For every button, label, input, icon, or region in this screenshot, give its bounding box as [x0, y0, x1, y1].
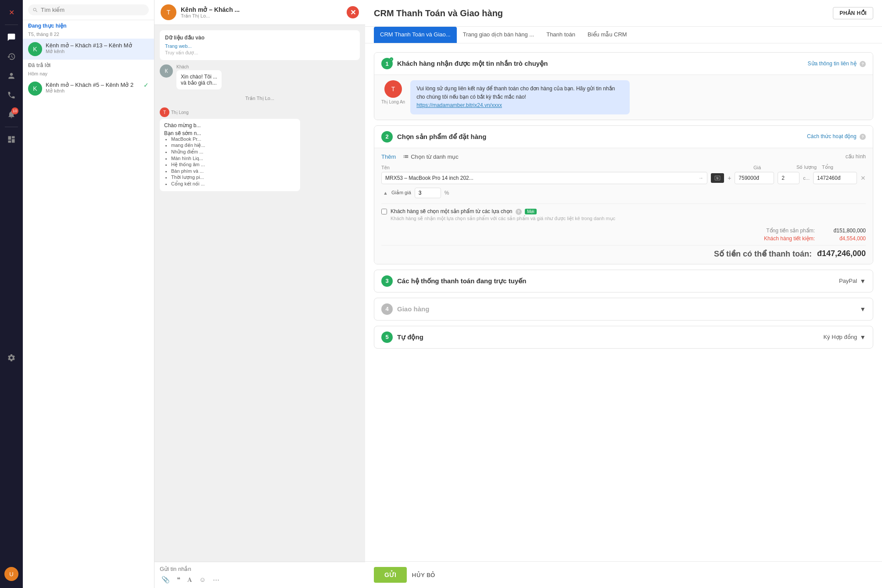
delete-product-icon[interactable]: ✕ [860, 175, 866, 182]
crm-bottom-bar: GỬI HỦY BỎ [365, 561, 882, 588]
step-4-number: 4 [381, 303, 393, 315]
chat-item-replied[interactable]: K Kênh mở – Khách #5 – Kênh Mở 2 Mở kênh… [23, 78, 154, 99]
chat-tools: 📎 ❝ 𝐀 ☺ ⋯ [160, 575, 360, 584]
section-replied-date: Hôm nay [23, 69, 154, 78]
step-1-number: 1 [381, 58, 393, 69]
product-arrow-icon: → [698, 175, 703, 181]
step-1-block: 1 Khách hàng nhận được một tin nhắn trò … [374, 52, 873, 120]
sidebar-notification-icon[interactable]: 10 [3, 106, 20, 123]
sidebar-market-icon[interactable] [3, 131, 20, 148]
sender-label: Trần Thị Lo... [160, 94, 360, 103]
step1-sender-avatar: T [384, 80, 402, 98]
total-input[interactable] [813, 172, 857, 184]
agent-avatar: T [160, 107, 169, 117]
step1-message-bubble: Vui lòng sử dụng liên kết này để thanh t… [410, 80, 630, 114]
sidebar-chat-icon[interactable] [3, 29, 20, 46]
chat-info-1: Kênh mở – Khách #13 – Kênh Mở Mở kênh [46, 42, 149, 54]
chat-close-button[interactable]: ✕ [347, 6, 359, 18]
crm-reply-button[interactable]: PHẢN HỒI [833, 7, 873, 19]
customer-choose-row: Khách hàng sẽ chọn một sản phẩm từ các l… [381, 203, 866, 221]
sidebar-divider [5, 25, 18, 25]
chat-area: T Kênh mở – Khách ... Trần Thị Lo... ✕ D… [154, 0, 365, 588]
step-5-number: 5 [381, 331, 393, 343]
step-1-body: T Thị Long An Vui lòng sử dụng liên kết … [374, 75, 873, 120]
step-3-block: 3 Các hệ thống thanh toán đang trực tuyế… [374, 270, 873, 292]
choose-catalog-button[interactable]: Chọn từ danh mục [403, 153, 459, 160]
sidebar-contact-icon[interactable] [3, 67, 20, 85]
step-5-header[interactable]: 5 Tự động Ký Hợp đồng ▼ [374, 326, 873, 348]
step-4-chevron-icon: ▼ [860, 306, 866, 313]
product-name-field[interactable]: MRX53 – MacBook Pro 14 inch 202... → [381, 172, 707, 184]
emoji-icon[interactable]: ☺ [197, 575, 208, 584]
payment-method-label: PayPal [839, 278, 857, 284]
section-active-date: T5, tháng 8 22 [23, 30, 154, 39]
step-2-block: 2 Chọn sản phẩm để đặt hàng Cách thức ho… [374, 125, 873, 264]
agent-message: T Thị Long Chào mừng b... Bạn sẽ sớm n..… [160, 107, 360, 191]
more-icon[interactable]: ⋯ [211, 575, 221, 584]
sidebar-settings-icon[interactable] [3, 349, 20, 367]
chat-input-area: 📎 ❝ 𝐀 ☺ ⋯ [154, 562, 365, 588]
discount-row: ▲ Giảm giá % [381, 188, 866, 198]
quote-icon[interactable]: ❝ [175, 575, 182, 584]
visitor-bubble: Khách Xin chào! Tôi ... và bảo giá ch... [176, 64, 222, 89]
product-plus-icon: + [728, 175, 731, 182]
chat-item-active[interactable]: K Kênh mở – Khách #13 – Kênh Mở Mở kênh [23, 39, 154, 60]
totals-block: Tổng tiền sản phẩm: đ151,800,000 Khách h… [381, 228, 866, 259]
chat-input[interactable] [160, 566, 360, 572]
step-4-title: Giao hàng [397, 305, 429, 313]
step-3-number: 3 [381, 275, 393, 287]
cancel-button[interactable]: HỦY BỎ [412, 572, 435, 578]
catalog-icon [403, 153, 409, 160]
crm-header: CRM Thanh Toán và Giao hàng PHẢN HỒI [365, 0, 882, 27]
sidebar-recent-icon[interactable] [3, 48, 20, 65]
user-avatar[interactable]: U [4, 567, 18, 581]
sidebar-call-icon[interactable] [3, 86, 20, 104]
attach-icon[interactable]: 📎 [160, 575, 172, 584]
step-3-header[interactable]: 3 Các hệ thống thanh toán đang trực tuyế… [374, 270, 873, 292]
new-badge: Mới [525, 209, 537, 214]
chat-messages: Dữ liệu đầu vào Trang web... Truy vấn đư… [154, 25, 365, 562]
config-button[interactable]: cấu hình [846, 153, 866, 160]
product-toolbar: Thêm Chọn từ danh mục cấu hình [381, 153, 866, 160]
chat-header-info: Kênh mở – Khách ... Trần Thị Lo... [181, 6, 342, 19]
sidebar-divider2 [5, 127, 18, 127]
search-box[interactable] [28, 4, 149, 15]
step-1-action[interactable]: Sửa thông tin liên hệ ? [808, 61, 866, 67]
crm-nav-item-0[interactable]: CRM Thanh Toán và Giao... [374, 27, 457, 43]
crm-nav-item-2[interactable]: Thanh toán [540, 27, 581, 43]
add-product-button[interactable]: Thêm [381, 153, 396, 160]
qty-input[interactable] [778, 172, 800, 184]
step-3-title: Các hệ thống thanh toán đang trực tuyến [397, 277, 527, 285]
send-button[interactable]: GỬI [374, 567, 407, 583]
savings-row: Khách hàng tiết kiệm: đ4,554,000 [381, 235, 866, 242]
search-input[interactable] [41, 7, 144, 13]
chat-header: T Kênh mở – Khách ... Trần Thị Lo... ✕ [154, 0, 365, 25]
step-2-action[interactable]: Cách thức hoạt động ? [807, 133, 866, 140]
customer-choose-checkbox[interactable] [381, 209, 387, 214]
close-button[interactable]: ✕ [3, 4, 20, 21]
product-total-row: Tổng tiền sản phẩm: đ151,800,000 [381, 228, 866, 234]
step-1-title: Khách hàng nhận được một tin nhắn trò ch… [397, 60, 548, 68]
step-4-block: 4 Giao hàng ▼ [374, 298, 873, 321]
step-1-info-icon[interactable]: ? [860, 61, 866, 67]
discount-input[interactable] [415, 188, 441, 198]
step-2-header: 2 Chọn sản phẩm để đặt hàng Cách thức ho… [374, 126, 873, 148]
step-3-chevron-icon: ▼ [860, 278, 866, 285]
visitor-avatar: К [160, 64, 173, 78]
format-icon[interactable]: 𝐀 [186, 575, 194, 584]
crm-nav-item-1[interactable]: Trang giao dịch bán hàng ... [457, 27, 541, 43]
chat-list-header [23, 0, 154, 20]
check-icon: ✓ [143, 82, 149, 89]
step-2-info-icon[interactable]: ? [860, 134, 866, 140]
step-5-title: Tự động [397, 333, 423, 341]
search-icon [32, 7, 38, 13]
chat-info-2: Kênh mở – Khách #5 – Kênh Mở 2 Mở kênh [46, 82, 140, 94]
step5-contract-label: Ký Hợp đồng [823, 334, 857, 340]
crm-panel: CRM Thanh Toán và Giao hàng PHẢN HỒI CRM… [365, 0, 882, 588]
step-2-body: Thêm Chọn từ danh mục cấu hình Tên Giá S… [374, 148, 873, 264]
step-4-header[interactable]: 4 Giao hàng ▼ [374, 298, 873, 320]
customer-choose-info-icon[interactable]: ? [516, 209, 522, 215]
step-1-message-preview: T Thị Long An Vui lòng sử dụng liên kết … [381, 80, 866, 114]
crm-nav-item-3[interactable]: Biểu mẫu CRM [581, 27, 633, 43]
price-input[interactable] [735, 172, 774, 184]
